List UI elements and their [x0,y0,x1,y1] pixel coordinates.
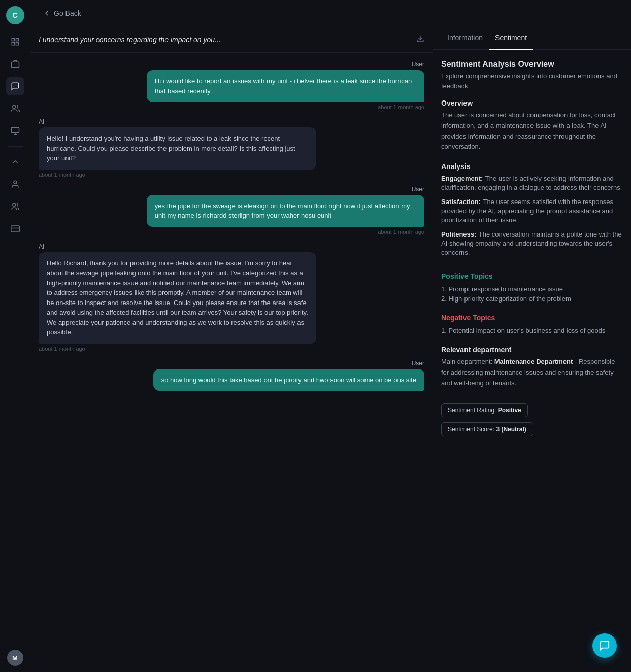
sidebar-item-person[interactable] [6,175,24,193]
chat-messages: User Hi i would like to report an issues… [30,53,433,672]
msg-sender-2: AI [39,118,44,125]
svg-point-5 [12,105,15,108]
fab-chat-icon [599,640,610,651]
dept-text: Main department: Maintenance Department … [441,357,623,388]
relevant-dept-label: Relevant department [441,346,623,354]
analysis-item-satisfaction: Satisfaction: The user seems satisfied w… [441,197,623,224]
analysis-section: Analysis Engagement: The user is activel… [441,162,623,262]
message-group-2: AI Hello! I understand you're having a u… [39,118,424,178]
sidebar-item-grid[interactable] [6,32,24,51]
panel-content: Sentiment Analysis Overview Explore comp… [433,50,631,447]
back-label: Go Back [54,9,81,17]
positive-topic-1: Prompt response to maintenance issue [441,284,623,294]
sentiment-header: Sentiment Analysis Overview Explore comp… [441,60,623,91]
message-group-3: User yes the pipe for the sweage is elea… [39,186,424,235]
chat-column: I understand your concerns regarding the… [30,26,433,672]
negative-topics-title: Negative Topics [441,314,623,322]
msg-time-4: about 1 month ago [39,346,85,352]
right-panel: Information Sentiment Sentiment Analysis… [433,26,631,672]
sidebar-bottom: M [7,650,23,666]
sentiment-rating-badge: Sentiment Rating: Positive [441,403,528,417]
bubble-3: yes the pipe for the sweage is eleakign … [147,195,424,227]
content-area: I understand your concerns regarding the… [30,26,631,672]
satisfaction-key: Satisfaction: [441,198,481,206]
user-avatar-bottom[interactable]: M [7,650,23,666]
bubble-5: so how long would this take based ont he… [153,369,424,391]
back-arrow-icon [43,9,51,17]
msg-sender-1: User [412,61,424,68]
message-group-5: User so how long would this take based o… [39,360,424,391]
positive-topics-list: Prompt response to maintenance issue Hig… [441,284,623,304]
engagement-key: Engagement: [441,175,483,182]
chat-header-title: I understand your concerns regarding the… [39,36,221,44]
analysis-label: Analysis [441,162,623,171]
panel-tabs: Information Sentiment [433,26,631,50]
svg-rect-1 [16,38,18,41]
sentiment-main-title: Sentiment Analysis Overview [441,60,623,69]
topbar: Go Back [30,0,631,26]
bubble-1: Hi i would like to report an issues with… [147,70,424,102]
sidebar-item-card[interactable] [6,220,24,238]
sentiment-rating-value: Positive [498,407,521,414]
svg-rect-2 [16,43,18,45]
svg-rect-6 [11,127,19,133]
positive-topics-title: Positive Topics [441,272,623,280]
back-button[interactable]: Go Back [39,7,85,19]
sidebar-divider [8,146,23,147]
message-group-1: User Hi i would like to report an issues… [39,61,424,110]
svg-rect-11 [11,226,19,232]
sidebar-item-chevron[interactable] [6,153,24,171]
msg-sender-5: User [412,360,424,367]
svg-rect-4 [11,62,19,68]
sidebar: C M [0,0,30,672]
sidebar-logo: C [6,6,24,24]
sentiment-badges: Sentiment Rating: Positive Sentiment Sco… [441,403,623,436]
politeness-key: Politeness: [441,230,476,238]
msg-time-1: about 1 month ago [378,104,424,110]
download-icon[interactable] [416,35,424,45]
analysis-item-engagement: Engagement: The user is actively seeking… [441,174,623,192]
svg-point-9 [14,181,17,184]
sidebar-item-group[interactable] [6,197,24,216]
overview-section: Overview The user is concerned about com… [441,99,623,152]
sentiment-score-value: 3 (Neutral) [496,426,526,433]
negative-topics-section: Negative Topics Potential impact on user… [441,314,623,335]
bubble-4: Hello Richard, thank you for providing m… [39,252,316,344]
fab-chat-button[interactable] [592,633,617,658]
dept-name: Maintenance Department [494,358,573,365]
positive-topics-section: Positive Topics Prompt response to maint… [441,272,623,304]
negative-topic-1: Potential impact on user's business and … [441,326,623,335]
positive-topic-2: High-priority categorization of the prob… [441,294,623,304]
sentiment-main-subtitle: Explore comprehensive insights into cust… [441,71,623,91]
sidebar-item-monitor[interactable] [6,122,24,140]
svg-point-10 [12,203,15,206]
sidebar-item-briefcase[interactable] [6,55,24,73]
tab-information[interactable]: Information [441,26,489,50]
msg-time-2: about 1 month ago [39,172,85,178]
chat-header-actions [416,35,424,45]
msg-sender-4: AI [39,243,44,250]
sentiment-score-badge: Sentiment Score: 3 (Neutral) [441,422,533,436]
msg-sender-3: User [412,186,424,193]
svg-rect-0 [12,38,14,41]
analysis-item-politeness: Politeness: The conversation maintains a… [441,229,623,257]
overview-text: The user is concerned about compensation… [441,110,623,152]
bubble-2: Hello! I understand you're having a util… [39,127,316,170]
msg-time-3: about 1 month ago [378,229,424,235]
main-area: Go Back I understand your concerns regar… [30,0,631,672]
relevant-dept-section: Relevant department Main department: Mai… [441,346,623,388]
chat-header: I understand your concerns regarding the… [30,26,433,53]
overview-label: Overview [441,99,623,107]
svg-rect-3 [12,43,14,45]
sidebar-item-chat[interactable] [6,77,24,95]
message-group-4: AI Hello Richard, thank you for providin… [39,243,424,352]
negative-topics-list: Potential impact on user's business and … [441,326,623,335]
tab-sentiment[interactable]: Sentiment [489,26,533,50]
sidebar-item-users[interactable] [6,99,24,118]
